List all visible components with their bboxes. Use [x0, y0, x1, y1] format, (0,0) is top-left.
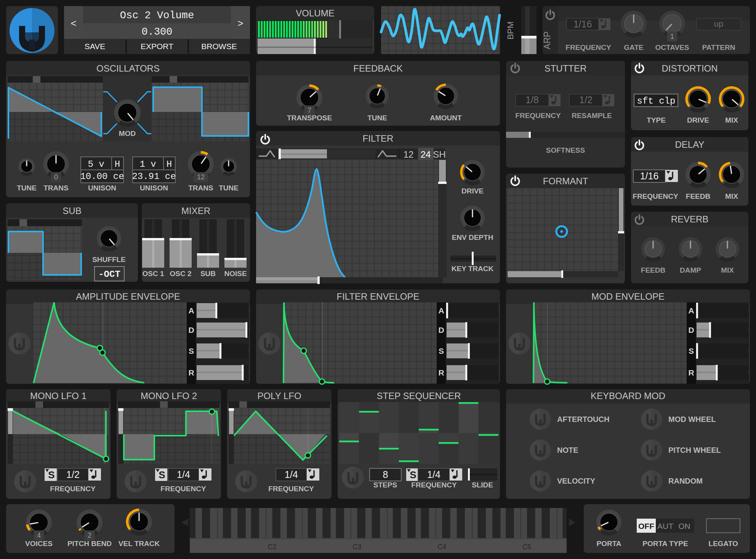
svg-text:VOICES: VOICES — [25, 540, 53, 548]
svg-text:EXPORT: EXPORT — [141, 42, 173, 51]
svg-text:23.91 ce: 23.91 ce — [132, 171, 176, 182]
svg-text:1/8: 1/8 — [525, 94, 539, 105]
svg-text:MIX: MIX — [725, 116, 738, 124]
svg-text:OFF: OFF — [638, 522, 654, 530]
svg-text:>: > — [237, 18, 243, 30]
svg-text:STEP SEQUENCER: STEP SEQUENCER — [377, 391, 461, 401]
svg-text:10.00 ce: 10.00 ce — [80, 171, 124, 182]
svg-text:AMOUNT: AMOUNT — [430, 114, 462, 122]
svg-text:0.300: 0.300 — [141, 26, 172, 38]
svg-text:24: 24 — [421, 149, 431, 160]
svg-text:DISTORTION: DISTORTION — [662, 63, 718, 73]
svg-text:OSC 1: OSC 1 — [142, 270, 164, 278]
svg-text:up: up — [714, 19, 723, 29]
svg-text:POLY LFO: POLY LFO — [257, 391, 301, 401]
svg-text:PORTA TYPE: PORTA TYPE — [642, 540, 688, 548]
svg-text:1/4: 1/4 — [427, 469, 440, 480]
svg-text:TUNE: TUNE — [17, 184, 37, 192]
svg-text:1/16: 1/16 — [640, 171, 659, 181]
svg-text:REVERB: REVERB — [671, 214, 709, 224]
svg-text:H: H — [115, 159, 120, 169]
svg-text:MOD: MOD — [119, 129, 136, 137]
svg-text:FEEDB: FEEDB — [686, 192, 710, 200]
svg-text:12: 12 — [197, 173, 205, 181]
svg-text:FORMANT: FORMANT — [543, 176, 588, 186]
svg-text:2: 2 — [88, 532, 91, 539]
svg-text:DRIVE: DRIVE — [461, 187, 484, 195]
svg-text:C3: C3 — [352, 543, 361, 551]
svg-text:H: H — [167, 159, 172, 169]
svg-text:C5: C5 — [522, 543, 531, 551]
svg-text:MIXER: MIXER — [181, 206, 210, 216]
svg-text:MONO LFO 2: MONO LFO 2 — [141, 391, 197, 401]
svg-text:TRANS: TRANS — [43, 184, 68, 192]
svg-text:DAMP: DAMP — [680, 266, 701, 274]
svg-text:S: S — [189, 347, 194, 355]
svg-text:12: 12 — [404, 149, 414, 160]
svg-text:C4: C4 — [437, 543, 446, 551]
svg-text:TUNE: TUNE — [367, 114, 387, 122]
svg-text:8: 8 — [383, 469, 388, 480]
svg-text:ENV DEPTH: ENV DEPTH — [452, 233, 493, 241]
svg-text:C2: C2 — [267, 543, 276, 551]
svg-text:R: R — [688, 368, 694, 377]
svg-text:MOD WHEEL: MOD WHEEL — [668, 415, 716, 423]
svg-text:1: 1 — [670, 33, 674, 40]
svg-text:1/2: 1/2 — [66, 469, 80, 480]
svg-text:S: S — [159, 469, 165, 481]
svg-text:SOFTNESS: SOFTNESS — [546, 146, 585, 154]
svg-text:FREQUENCY: FREQUENCY — [50, 485, 96, 493]
svg-text:1 v: 1 v — [139, 159, 156, 169]
svg-text:KEYBOARD MOD: KEYBOARD MOD — [591, 391, 665, 401]
svg-text:OSCILLATORS: OSCILLATORS — [96, 63, 160, 73]
svg-text:TUNE: TUNE — [219, 184, 239, 192]
svg-text:GATE: GATE — [624, 43, 643, 51]
svg-text:Osc 2 Volume: Osc 2 Volume — [120, 10, 194, 21]
svg-text:SAVE: SAVE — [85, 42, 105, 51]
svg-text:FREQUENCY: FREQUENCY — [160, 485, 206, 493]
svg-text:VOLUME: VOLUME — [296, 8, 334, 18]
svg-text:NOTE: NOTE — [557, 446, 578, 454]
svg-text:ARP: ARP — [542, 31, 552, 49]
svg-text:AMPLITUDE ENVELOPE: AMPLITUDE ENVELOPE — [76, 291, 180, 302]
svg-text:FEEDBACK: FEEDBACK — [353, 63, 402, 73]
svg-text:PITCH BEND: PITCH BEND — [67, 540, 112, 548]
svg-text:MIX: MIX — [721, 266, 734, 274]
svg-text:1/2: 1/2 — [579, 94, 593, 105]
svg-text:FILTER: FILTER — [363, 133, 394, 144]
svg-text:FREQUENCY: FREQUENCY — [565, 43, 611, 51]
svg-text:1/4: 1/4 — [177, 469, 190, 480]
svg-text:RESAMPLE: RESAMPLE — [572, 112, 612, 120]
svg-text:S: S — [439, 347, 444, 355]
svg-text:5 v: 5 v — [88, 159, 104, 169]
svg-text:7: 7 — [308, 107, 311, 114]
svg-text:VEL TRACK: VEL TRACK — [119, 540, 160, 548]
svg-text:FILTER ENVELOPE: FILTER ENVELOPE — [337, 291, 420, 302]
svg-text:TYPE: TYPE — [647, 116, 666, 124]
svg-text:MOD ENVELOPE: MOD ENVELOPE — [591, 291, 665, 302]
svg-text:UNISON: UNISON — [88, 184, 116, 192]
svg-text:D: D — [688, 326, 694, 334]
svg-text:STUTTER: STUTTER — [545, 63, 587, 73]
svg-text:DRIVE: DRIVE — [687, 116, 709, 124]
svg-text:D: D — [438, 326, 444, 334]
svg-text:PATTERN: PATTERN — [702, 43, 735, 51]
svg-text:FREQUENCY: FREQUENCY — [633, 192, 678, 200]
svg-text:S: S — [48, 469, 54, 481]
svg-text:VELOCITY: VELOCITY — [557, 477, 596, 485]
svg-text:0: 0 — [54, 173, 58, 181]
svg-text:TRANSPOSE: TRANSPOSE — [287, 114, 332, 122]
svg-text:OCTAVES: OCTAVES — [655, 43, 689, 51]
svg-text:TRANS: TRANS — [188, 184, 213, 192]
svg-text:UNISON: UNISON — [140, 184, 168, 192]
svg-text:S: S — [689, 347, 694, 355]
svg-text:FREQUENCY: FREQUENCY — [411, 481, 457, 489]
svg-text:SHUFFLE: SHUFFLE — [92, 256, 126, 264]
svg-text:S: S — [410, 469, 416, 481]
svg-text:FREQUENCY: FREQUENCY — [268, 485, 314, 493]
svg-text:SUB: SUB — [62, 206, 81, 216]
svg-text:1/4: 1/4 — [285, 469, 298, 480]
svg-text:RANDOM: RANDOM — [668, 477, 703, 485]
svg-text:SLIDE: SLIDE — [472, 481, 493, 489]
svg-text:NOISE: NOISE — [224, 270, 247, 278]
